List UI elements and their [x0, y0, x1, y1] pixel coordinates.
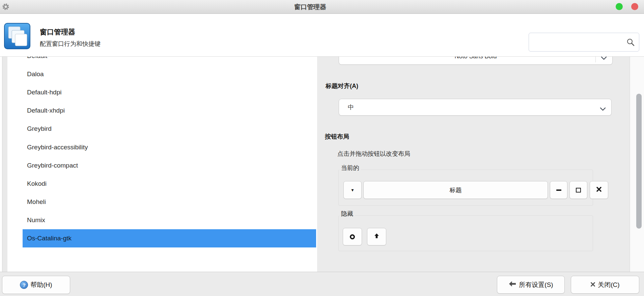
page-subtitle: 配置窗口行为和快捷键 [40, 40, 101, 48]
theme-list: Default Daloa Default-hdpi Default-xhdpi… [7, 57, 317, 272]
window-manager-icon [4, 23, 30, 49]
titlebar: 窗口管理器 [0, 0, 644, 14]
minimize-button[interactable] [550, 181, 567, 199]
list-item[interactable]: Daloa [23, 65, 316, 83]
maximize-circle-button[interactable] [616, 3, 623, 10]
close-x-icon [590, 281, 595, 289]
title-font-dropdown[interactable]: Noto Sans Bold [339, 57, 613, 65]
close-dialog-label: 关闭(C) [598, 280, 619, 289]
button-layout-hint: 点击并拖动按钮以改变布局 [337, 150, 410, 158]
list-item[interactable]: Default-hdpi [23, 83, 316, 101]
list-item[interactable]: Numix [23, 211, 316, 229]
list-item[interactable]: Greybird [23, 120, 316, 138]
current-frame-label: 当前的 [339, 164, 361, 172]
maximize-button[interactable] [569, 181, 587, 199]
scrollbar-border [629, 57, 630, 272]
dialog-header: 窗口管理器 配置窗口行为和快捷键 [0, 14, 644, 57]
window-title: 窗口管理器 [0, 3, 620, 11]
list-item-partial[interactable]: Default [23, 57, 316, 65]
menu-button[interactable]: ▼ [343, 181, 362, 199]
button-layout-heading: 按钮布局 [325, 132, 349, 141]
close-dialog-button[interactable]: 关闭(C) [571, 276, 639, 294]
search-icon [626, 38, 635, 48]
title-area-label: 标题 [450, 186, 462, 194]
all-settings-label: 所有设置(S) [519, 280, 553, 289]
menu-icon: ▼ [351, 188, 355, 193]
title-alignment-label: 标题对齐(A) [326, 82, 358, 90]
help-button-label: 帮助(H) [30, 280, 52, 289]
help-button[interactable]: ? 帮助(H) [2, 276, 70, 294]
help-icon: ? [20, 281, 28, 289]
hidden-frame-label: 隐藏 [339, 210, 355, 218]
dropdown-separator [595, 57, 596, 62]
title-font-value: Noto Sans Bold [454, 57, 497, 60]
close-button[interactable] [590, 181, 608, 199]
shade-button[interactable] [367, 228, 386, 245]
search-input[interactable] [532, 34, 625, 50]
title-alignment-value: 中 [348, 103, 354, 111]
page-title: 窗口管理器 [40, 27, 75, 37]
title-area-button[interactable]: 标题 [363, 181, 548, 199]
search-box[interactable] [529, 33, 639, 52]
maximize-icon [576, 188, 581, 193]
list-item-selected[interactable]: Os-Catalina-gtk [23, 229, 316, 247]
list-item[interactable]: Greybird-compact [23, 156, 316, 175]
close-icon [596, 186, 602, 194]
stick-button[interactable] [343, 228, 362, 245]
all-settings-button[interactable]: 所有设置(S) [497, 276, 565, 294]
shade-up-icon [374, 233, 380, 240]
list-item[interactable]: Greybird-accessibility [23, 138, 316, 156]
list-scroll-gutter[interactable] [2, 57, 7, 272]
list-item[interactable]: Default-xhdpi [23, 101, 316, 120]
settings-panel: Noto Sans Bold 标题对齐(A) 中 按钮布局 点击并拖动按钮以改变… [317, 57, 644, 272]
list-item[interactable]: Moheli [23, 193, 316, 211]
stick-icon [350, 234, 355, 239]
chevron-down-icon [601, 57, 607, 62]
chevron-down-icon [600, 106, 606, 113]
list-item[interactable]: Kokodi [23, 175, 316, 193]
close-circle-button[interactable] [631, 3, 638, 10]
scrollbar-slider[interactable] [636, 94, 642, 229]
title-alignment-dropdown[interactable]: 中 [339, 99, 612, 116]
minimize-icon [556, 189, 561, 191]
arrow-left-icon [508, 280, 516, 289]
footer-bar: ? 帮助(H) 所有设置(S) 关闭(C) [0, 272, 644, 296]
